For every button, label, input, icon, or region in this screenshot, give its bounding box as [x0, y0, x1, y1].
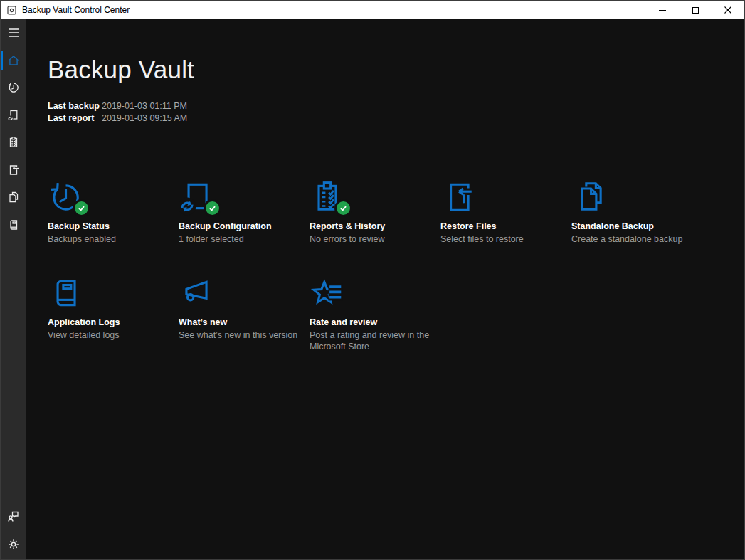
success-check-badge	[204, 199, 221, 217]
tile-standalone-backup[interactable]: Standalone Backup Create a standalone ba…	[571, 179, 702, 245]
tile-title: Restore Files	[440, 221, 571, 232]
main-content: Backup Vault Last backup 2019-01-03 01:1…	[26, 19, 744, 559]
tile-application-logs[interactable]: Application Logs View detailed logs	[48, 275, 179, 352]
tile-title: Rate and review	[310, 317, 440, 328]
restore-document-icon	[7, 164, 20, 176]
close-icon	[724, 6, 731, 14]
copy-pages-icon	[571, 179, 607, 216]
tile-subtitle: Post a rating and review in the Microsof…	[310, 329, 432, 352]
sync-document-icon	[7, 109, 20, 122]
last-report-label: Last report	[48, 112, 102, 125]
tile-subtitle: Select files to restore	[440, 233, 563, 245]
vault-app-icon	[7, 6, 16, 15]
success-check-badge	[73, 199, 90, 217]
tile-title: Application Logs	[48, 317, 179, 328]
last-backup-label: Last backup	[48, 100, 102, 112]
app-window: Backup Vault Control Center	[0, 0, 745, 560]
success-check-badge	[334, 199, 352, 217]
minimize-button[interactable]	[646, 1, 679, 19]
last-report-value: 2019-01-03 09:15 AM	[102, 112, 187, 125]
last-backup-value: 2019-01-03 01:11 PM	[102, 100, 187, 112]
book-icon	[48, 275, 83, 312]
maximize-button[interactable]	[679, 1, 712, 19]
tile-title: What’s new	[179, 317, 310, 328]
sidebar-item-home[interactable]	[1, 47, 26, 75]
tile-reports-history[interactable]: Reports & History No errors to review	[310, 179, 440, 245]
tile-title: Backup Configuration	[179, 221, 310, 232]
tile-rate-review[interactable]: Rate and review Post a rating and review…	[310, 275, 440, 352]
sidebar-item-settings[interactable]	[1, 531, 26, 559]
history-icon	[7, 81, 20, 94]
megaphone-icon	[179, 275, 214, 312]
tile-backup-configuration[interactable]: Backup Configuration 1 folder selected	[179, 179, 310, 245]
caption-buttons	[646, 1, 744, 19]
status-block: Last backup 2019-01-03 01:11 PM Last rep…	[48, 100, 744, 125]
tile-grid: Backup Status Backups enabled	[48, 179, 744, 352]
titlebar: Backup Vault Control Center	[1, 1, 744, 19]
clipboard-checklist-icon	[7, 136, 20, 149]
sidebar-item-application-logs[interactable]	[1, 211, 26, 239]
rate-star-icon	[310, 275, 345, 312]
restore-document-icon	[440, 179, 476, 216]
tile-whats-new[interactable]: What’s new See what’s new in this versio…	[179, 275, 310, 352]
sidebar-item-feedback[interactable]	[1, 503, 26, 531]
window-title: Backup Vault Control Center	[22, 5, 130, 15]
tile-subtitle: View detailed logs	[48, 329, 170, 341]
page-title: Backup Vault	[48, 56, 744, 83]
book-icon	[7, 218, 20, 231]
menu-icon	[8, 28, 19, 38]
last-backup-row: Last backup 2019-01-03 01:11 PM	[48, 100, 744, 112]
maximize-icon	[692, 7, 699, 14]
feedback-icon	[7, 510, 20, 523]
tile-title: Backup Status	[48, 221, 179, 232]
tile-title: Reports & History	[310, 221, 440, 232]
tile-title: Standalone Backup	[571, 221, 702, 232]
tile-subtitle: See what’s new in this version	[179, 329, 301, 341]
minimize-icon	[659, 10, 666, 11]
sidebar-item-backup-configuration[interactable]	[1, 102, 26, 130]
sidebar-item-standalone-backup[interactable]	[1, 184, 26, 211]
tile-subtitle: Backups enabled	[48, 233, 170, 245]
navigation-sidebar	[1, 19, 26, 559]
sidebar-item-backup-status[interactable]	[1, 74, 26, 102]
tile-subtitle: 1 folder selected	[179, 233, 301, 245]
home-icon	[7, 54, 20, 67]
sidebar-item-reports-history[interactable]	[1, 129, 26, 157]
tile-subtitle: No errors to review	[310, 233, 432, 245]
copy-pages-icon	[7, 191, 20, 204]
tile-subtitle: Create a standalone backup	[571, 233, 694, 245]
sidebar-item-restore-files[interactable]	[1, 157, 26, 184]
tile-restore-files[interactable]: Restore Files Select files to restore	[440, 179, 571, 245]
menu-toggle-button[interactable]	[1, 19, 26, 47]
last-report-row: Last report 2019-01-03 09:15 AM	[48, 112, 744, 125]
tile-backup-status[interactable]: Backup Status Backups enabled	[48, 179, 179, 245]
settings-gear-icon	[7, 538, 20, 551]
close-button[interactable]	[712, 1, 744, 19]
